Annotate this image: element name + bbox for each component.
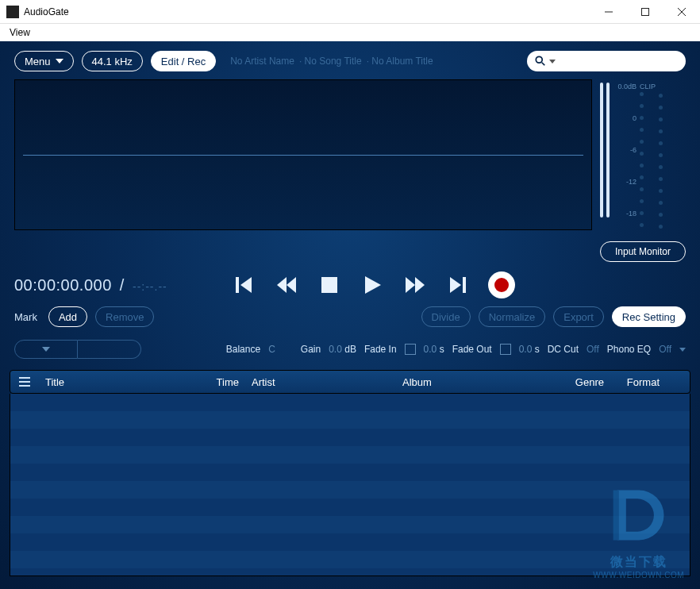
column-artist[interactable]: Artist [245,376,396,388]
chevron-down-icon[interactable] [679,348,686,352]
phonoeq-value[interactable]: Off [659,344,671,355]
watermark-url: WWW.WEIDOWN.COM [593,571,684,579]
search-input[interactable] [527,51,686,71]
top-toolbar: Menu 44.1 kHz Edit / Rec No Artist Name … [0,41,700,79]
mark-label: Mark [14,311,37,323]
time-current: 00:00:00.000 [14,276,112,294]
column-album[interactable]: Album [396,376,547,388]
meter-bar-right [606,83,610,218]
balance-value[interactable]: C [268,344,275,355]
menu-view[interactable]: View [5,25,35,40]
transport-row: 00:00:00.000 / --:--.-- [0,262,700,303]
waveform-centerline [23,155,583,156]
dccut-value[interactable]: Off [587,344,599,355]
clip-dots-right [659,94,663,229]
mode-label: Edit / Rec [161,56,206,67]
fadeout-checkbox[interactable] [500,344,511,355]
clip-label: CLIP [640,83,656,90]
sample-rate-button[interactable]: 44.1 kHz [82,51,143,71]
selector-pair [14,340,141,359]
menu-dropdown[interactable]: Menu [14,51,74,71]
rec-setting-button[interactable]: Rec Setting [612,306,686,327]
dccut-label: DC Cut [548,344,579,355]
waveform-row: 0.0dB 0 -6 -12 -18 CLIP Input Monitor [0,79,700,262]
meta-album: No Album Title [367,56,433,67]
table-header: Title Time Artist Album Genre Format [10,370,690,394]
selector-right[interactable] [78,340,141,359]
table-menu-button[interactable] [10,376,39,387]
column-time[interactable]: Time [198,376,245,388]
mode-button[interactable]: Edit / Rec [151,51,216,71]
fadein-checkbox[interactable] [405,344,416,355]
watermark: 微当下载 WWW.WEIDOWN.COM [593,479,684,579]
chevron-down-icon [42,347,50,352]
export-button[interactable]: Export [553,306,604,327]
table-body[interactable] [10,394,690,576]
mark-add-button[interactable]: Add [48,306,87,327]
gain-label: Gain [301,344,321,355]
svg-marker-13 [415,277,425,293]
menu-label: Menu [25,56,51,67]
svg-marker-8 [277,277,287,293]
svg-rect-15 [463,277,466,293]
watermark-text: 微当下载 [593,554,684,571]
phonoeq-label: Phono EQ [607,344,651,355]
search-icon [535,56,546,67]
maximize-button[interactable] [627,0,663,24]
svg-rect-7 [236,277,239,293]
window-title: AudioGate [24,6,590,17]
selector-left[interactable] [14,340,78,359]
chevron-down-icon [56,59,63,64]
play-button[interactable] [360,272,385,298]
fadeout-value[interactable]: 0.0 [519,344,533,355]
svg-rect-19 [613,491,618,541]
svg-point-4 [536,56,542,63]
meta-artist: No Artist Name [230,56,294,67]
transport-controls [231,271,515,298]
sample-rate-value: 44.1 kHz [92,56,133,67]
fast-forward-button[interactable] [402,272,428,298]
minimize-button[interactable] [590,0,627,24]
watermark-logo-icon [603,479,675,551]
column-title[interactable]: Title [39,376,198,388]
record-button[interactable] [488,271,515,298]
app-body: Menu 44.1 kHz Edit / Rec No Artist Name … [0,41,700,589]
level-meter: 0.0dB 0 -6 -12 -18 CLIP [600,79,686,230]
input-monitor-button[interactable]: Input Monitor [600,241,686,262]
rewind-button[interactable] [274,272,299,298]
window-controls [590,0,700,24]
gain-value[interactable]: 0.0 [329,344,342,355]
balance-label: Balance [226,344,260,355]
svg-rect-1 [642,8,649,15]
svg-rect-10 [321,277,337,293]
close-button[interactable] [663,0,700,24]
svg-marker-14 [450,277,461,293]
prev-track-button[interactable] [231,272,256,298]
meter-db-label: 0.0dB [613,83,637,90]
app-icon [6,6,19,18]
divide-button[interactable]: Divide [421,306,471,327]
waveform-display[interactable] [14,79,592,230]
column-genre[interactable]: Genre [547,376,610,388]
time-duration: --:--.-- [133,280,167,293]
record-icon [494,278,509,292]
mark-remove-button[interactable]: Remove [95,306,154,327]
next-track-button[interactable] [445,272,471,298]
normalize-button[interactable]: Normalize [479,306,546,327]
meter-scale: 0.0dB 0 -6 -12 -18 [613,83,637,218]
fadeout-label: Fade Out [452,344,492,355]
fadein-value[interactable]: 0.0 [424,344,437,355]
svg-line-5 [542,63,545,66]
chevron-down-icon [549,60,556,64]
stop-button[interactable] [317,272,342,298]
level-meter-column: 0.0dB 0 -6 -12 -18 CLIP Input Monitor [600,79,686,262]
svg-marker-6 [240,277,252,293]
meter-bar-left [600,83,603,218]
timecode: 00:00:00.000 / --:--.-- [14,276,167,294]
control-row: Balance C Gain 0.0 dB Fade In 0.0 s Fade… [0,335,700,370]
menubar: View [0,24,700,41]
window-titlebar: AudioGate [0,0,700,24]
column-format[interactable]: Format [610,376,666,388]
mark-row: Mark Add Remove Divide Normalize Export … [0,303,700,335]
svg-marker-9 [287,277,296,293]
